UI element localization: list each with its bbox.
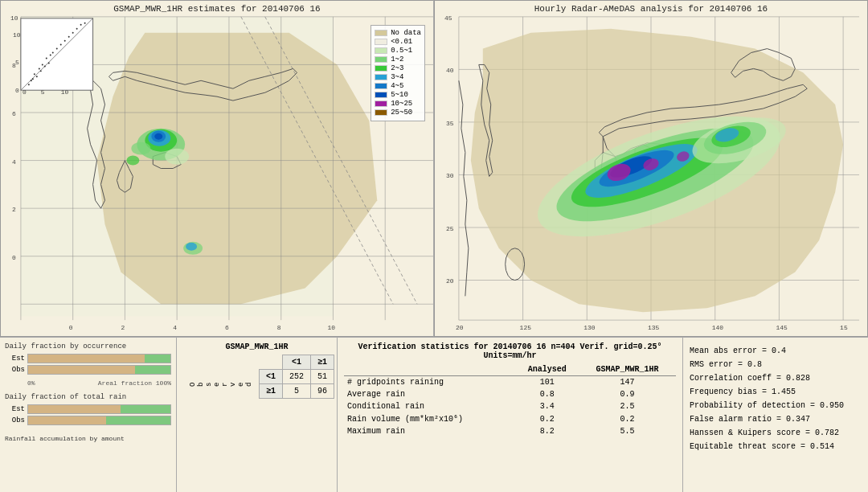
svg-text:2: 2 <box>121 324 125 331</box>
legend-label-5-10: 5~10 <box>391 91 408 99</box>
stats-row-3: Rain volume (mm*km²x10⁶)0.20.2 <box>344 412 676 425</box>
svg-point-37 <box>64 40 66 42</box>
stat-rms-error: RMS error = 0.8 <box>690 358 862 371</box>
ct-v12: 51 <box>311 370 334 384</box>
legend-item-nodata: No data <box>375 29 421 37</box>
stats-cell-gsmap-0: 147 <box>579 376 676 389</box>
svg-text:6: 6 <box>225 324 229 331</box>
contingency-section: GSMAP_MWR_1HR <1 ≥1 Observed <1 252 51 ≥… <box>177 338 338 492</box>
svg-text:135: 135 <box>648 324 660 331</box>
svg-point-24 <box>36 76 38 77</box>
legend-label-05-1: 0.5~1 <box>391 47 412 55</box>
bar-row-est1: Est <box>5 354 171 363</box>
svg-point-35 <box>56 48 58 50</box>
svg-text:10: 10 <box>10 14 18 22</box>
bar-fill-tan-obs2 <box>28 416 106 424</box>
right-map-svg: 45 40 35 30 25 20 20 125 130 135 140 145… <box>435 1 867 336</box>
legend-color-4-5 <box>375 83 387 89</box>
left-map-title: GSMAP_MWR_1HR estimates for 20140706 16 <box>1 4 433 14</box>
stat-prob-detection: Probability of detection = 0.950 <box>690 399 862 412</box>
svg-text:4: 4 <box>12 158 16 166</box>
bar-row-est2: Est <box>5 404 171 414</box>
bar-container-est2 <box>27 404 171 414</box>
legend-color-3-4 <box>375 74 387 80</box>
stats-row-2: Conditional rain3.42.5 <box>344 400 676 412</box>
stat-mean-abs-error: Mean abs error = 0.4 <box>690 344 862 358</box>
ct-col-ge1: ≥1 <box>311 355 334 370</box>
legend-item-1-2: 1~2 <box>375 55 421 64</box>
bar-container-est1 <box>27 354 171 363</box>
stats-cell-label-4: Maximum rain <box>344 425 516 437</box>
charts-section: Daily fraction by occurrence Est Obs <box>0 338 177 492</box>
svg-point-25 <box>40 70 42 72</box>
legend-color-25-50 <box>375 109 387 116</box>
bar-label-est2: Est <box>5 405 25 413</box>
bar-axis-right-1: Areal fraction 100% <box>98 379 171 387</box>
svg-text:30: 30 <box>446 172 454 179</box>
stats-cell-analysed-3: 0.2 <box>516 412 579 425</box>
svg-point-54 <box>165 149 189 165</box>
legend-label-1-2: 1~2 <box>391 55 403 64</box>
svg-point-56 <box>126 156 139 166</box>
svg-text:4: 4 <box>173 324 177 331</box>
svg-point-30 <box>39 68 40 69</box>
svg-point-26 <box>44 65 46 67</box>
bottom-row: Daily fraction by occurrence Est Obs <box>0 338 868 492</box>
stats-cell-analysed-2: 3.4 <box>516 400 579 412</box>
ct-row-lt1: <1 <box>260 370 283 384</box>
svg-text:10: 10 <box>13 31 21 39</box>
bar-row-obs1: Obs <box>5 365 171 375</box>
legend-label-nodata: No data <box>391 29 421 37</box>
stats-cell-gsmap-4: 5.5 <box>579 425 676 437</box>
maps-row: GSMAP_MWR_1HR estimates for 20140706 16 … <box>0 0 868 338</box>
svg-text:0: 0 <box>69 324 73 331</box>
legend-item-05-1: 0.5~1 <box>375 47 421 55</box>
stats-row-0: # gridpoints raining101147 <box>344 376 676 389</box>
svg-text:15: 15 <box>840 324 848 331</box>
legend-item-lt001: <0.01 <box>375 38 421 46</box>
svg-point-39 <box>72 32 74 34</box>
legend-color-1-2 <box>375 56 387 63</box>
left-map-svg: 0 5 10 0 5 10 <box>1 1 433 336</box>
stats-title: Verification statistics for 20140706 16 … <box>344 342 676 360</box>
bar-container-obs1 <box>27 365 171 375</box>
bar-fill-green-obs2 <box>106 416 170 424</box>
stats-cell-label-2: Conditional rain <box>344 400 516 412</box>
svg-point-36 <box>60 44 62 46</box>
stat-freq-bias: Frequency bias = 1.455 <box>690 385 862 399</box>
svg-text:10: 10 <box>61 88 69 96</box>
stats-section: Verification statistics for 20140706 16 … <box>338 338 683 492</box>
svg-text:20: 20 <box>456 324 464 331</box>
ct-v22: 96 <box>311 384 334 399</box>
svg-point-23 <box>32 78 34 80</box>
legend-label-2-3: 2~3 <box>391 64 403 72</box>
legend-item-5-10: 5~10 <box>375 91 421 99</box>
stats-cell-analysed-1: 0.8 <box>516 388 579 400</box>
svg-point-33 <box>50 55 51 56</box>
stat-false-alarm-ratio: False alarm ratio = 0.347 <box>690 412 862 426</box>
svg-point-22 <box>28 84 30 85</box>
svg-point-32 <box>46 57 47 59</box>
stats-col-label <box>344 363 516 376</box>
svg-text:8: 8 <box>12 62 16 69</box>
svg-text:2: 2 <box>12 206 16 213</box>
svg-text:140: 140 <box>712 324 724 331</box>
legend-label-10-25: 10~25 <box>391 100 412 108</box>
ct-observed-label: Observed <box>182 370 260 399</box>
bar-group-total-rain: Est Obs <box>5 404 171 425</box>
svg-point-41 <box>80 24 82 26</box>
stats-cell-analysed-4: 8.2 <box>516 425 579 437</box>
svg-point-29 <box>34 73 35 75</box>
contingency-table: <1 ≥1 Observed <1 252 51 ≥1 5 96 <box>182 355 334 399</box>
stats-col-gsmap: GSMAP_MWR_1HR <box>579 363 676 376</box>
stats-row-4: Maximum rain8.25.5 <box>344 425 676 437</box>
svg-text:0: 0 <box>12 254 16 261</box>
legend-item-3-4: 3~4 <box>375 73 421 81</box>
ct-col-lt1: <1 <box>283 355 311 370</box>
svg-point-28 <box>31 80 32 81</box>
svg-point-55 <box>131 142 150 155</box>
stats-cell-gsmap-1: 0.9 <box>579 388 676 400</box>
svg-text:5: 5 <box>41 88 45 96</box>
svg-text:20: 20 <box>446 277 454 285</box>
bar-fill-green-est1 <box>145 355 170 363</box>
